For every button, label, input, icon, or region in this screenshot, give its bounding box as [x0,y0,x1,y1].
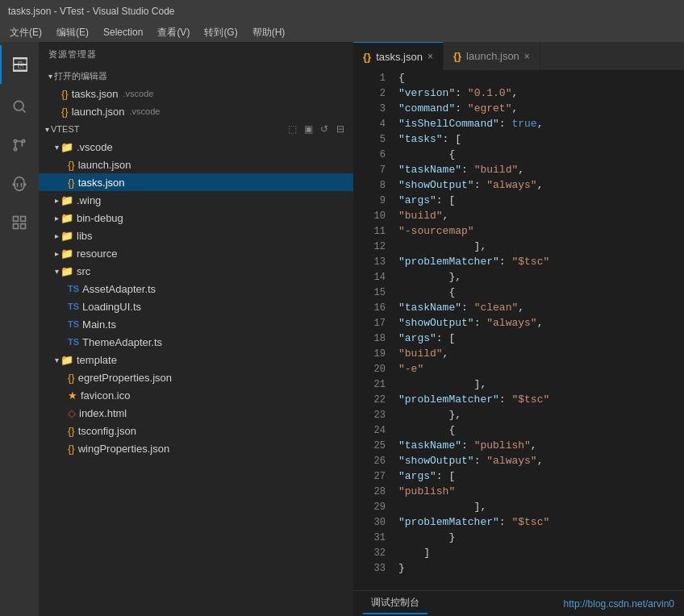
collapse-icon[interactable]: ⊟ [334,123,347,135]
code-line-31: } [398,530,684,545]
code-line-13: "problemMatcher": "$tsc" [398,254,684,269]
tab-launch-json[interactable]: {}launch.json× [444,42,540,70]
line-number-8: 8 [353,177,386,193]
refresh-icon[interactable]: ↺ [318,123,331,135]
code-line-10: "build", [398,208,684,223]
vtest-label: VTEST [51,124,79,134]
open-editor-item-launch[interactable]: {} launch.json .vscode [39,102,353,120]
tree-item-tasks-json[interactable]: {}tasks.json [39,173,353,191]
new-file-icon[interactable]: ⬚ [286,123,298,135]
tree-item-label: template [77,354,117,366]
activity-explorer[interactable]: ⎘ [0,45,39,84]
code-content[interactable]: { "version": "0.1.0", "command": "egret"… [392,70,684,590]
tree-item-LoadingUI-ts[interactable]: TSLoadingUI.ts [39,298,353,315]
line-number-29: 29 [353,499,386,514]
activity-extensions[interactable] [0,203,39,242]
tree-item-Main-ts[interactable]: TSMain.ts [39,315,353,333]
code-line-16: "taskName": "clean", [398,300,684,315]
tab-tasks-json[interactable]: {}tasks.json× [353,42,444,70]
tree-item-resource[interactable]: ▸📁resource [39,244,353,262]
tree-item--wing[interactable]: ▸📁.wing [39,191,353,209]
svg-rect-12 [14,224,19,229]
svg-text:⎘: ⎘ [18,60,23,70]
code-line-1: { [398,70,684,85]
code-line-25: "taskName": "publish", [398,438,684,453]
debug-console-tab[interactable]: 调试控制台 [363,593,428,614]
svg-rect-13 [21,224,26,229]
code-line-19: "build", [398,346,684,361]
line-number-28: 28 [353,484,386,499]
ts-icon: TS [68,284,79,293]
svg-point-6 [14,148,16,150]
main-layout: ⎘ 资源管理器 ▾ 打开的编辑器 {} tasks.json .vscode [0,42,684,616]
activity-search[interactable] [0,87,39,126]
open-editors-header[interactable]: ▾ 打开的编辑器 [39,67,353,85]
bottom-panel: 调试控制台 http://blog.csdn.net/arvin0 [353,590,684,616]
code-line-14: }, [398,269,684,285]
tree-item-src[interactable]: ▾📁src [39,262,353,280]
menu-item-0[interactable]: 文件(E) [5,24,47,41]
new-folder-icon[interactable]: ▣ [302,123,315,135]
folder-icon: 📁 [60,212,73,224]
activity-debug[interactable] [0,164,39,203]
line-number-13: 13 [353,254,386,269]
line-number-24: 24 [353,422,386,438]
folder-arrow-vtest: ▾ [45,125,49,134]
tab-close-icon[interactable]: × [524,51,530,62]
menu-item-3[interactable]: 查看(V) [152,24,194,41]
panel-url: http://blog.csdn.net/arvin0 [564,598,674,610]
tree-item-label: favicon.ico [81,389,130,402]
tree-item-libs[interactable]: ▸📁libs [39,227,353,244]
svg-point-4 [14,139,16,142]
code-line-20: "-e" [398,361,684,377]
tree-item-launch-json[interactable]: {}launch.json [39,156,353,173]
menu-item-2[interactable]: Selection [98,25,148,40]
tree-item-template[interactable]: ▾📁template [39,351,353,368]
tab-label: launch.json [466,50,519,62]
folder-icon: 📁 [60,194,73,206]
tab-close-icon[interactable]: × [428,51,433,62]
folder-icon: 📁 [60,354,73,366]
menu-item-5[interactable]: 帮助(H) [248,24,290,41]
tree-item-label: wingProperties.json [78,443,169,455]
line-number-17: 17 [353,315,386,331]
sidebar-header: 资源管理器 [39,42,353,67]
line-number-10: 10 [353,208,386,223]
menu-item-4[interactable]: 转到(G) [199,24,242,41]
code-line-27: "args": [ [398,468,684,484]
tree-item-index-html[interactable]: ◇index.html [39,404,353,422]
vtest-header[interactable]: ▾ VTEST ⬚ ▣ ↺ ⊟ [39,120,353,138]
tree-item-tsconfig-json[interactable]: {}tsconfig.json [39,422,353,439]
menu-item-1[interactable]: 编辑(E) [52,24,94,41]
sidebar: 资源管理器 ▾ 打开的编辑器 {} tasks.json .vscode {} … [39,42,353,616]
tree-item--vscode[interactable]: ▾📁.vscode [39,138,353,156]
tree-item-favicon-ico[interactable]: ★favicon.ico [39,386,353,404]
json-icon: {} [68,443,75,455]
folder-arrow-icon: ▸ [55,231,59,240]
line-number-6: 6 [353,147,386,162]
tree-item-label: .wing [77,194,101,206]
line-number-32: 32 [353,545,386,560]
title-text: tasks.json - VTest - Visual Studio Code [8,6,175,17]
code-line-30: "problemMatcher": "$tsc" [398,514,684,530]
tree-item-ThemeAdapter-ts[interactable]: TSThemeAdapter.ts [39,333,353,351]
folder-arrow-icon: ▸ [55,196,59,205]
line-number-20: 20 [353,361,386,377]
tree-item-label: .vscode [77,141,113,153]
tree-item-label: egretProperties.json [78,372,172,384]
open-editor-item-tasks[interactable]: {} tasks.json .vscode [39,85,353,102]
line-number-1: 1 [353,70,386,85]
json-icon: {} [68,159,75,171]
line-number-27: 27 [353,468,386,484]
tree-item-wingProperties-json[interactable]: {}wingProperties.json [39,439,353,457]
tree-item-bin-debug[interactable]: ▸📁bin-debug [39,209,353,227]
activity-git[interactable] [0,126,39,164]
open-editor-launch-name: launch.json [72,106,125,118]
svg-rect-11 [21,217,26,222]
tree-item-label: src [77,265,90,277]
line-number-18: 18 [353,331,386,346]
tree-item-egretProperties-json[interactable]: {}egretProperties.json [39,368,353,386]
tree-item-AssetAdapter-ts[interactable]: TSAssetAdapter.ts [39,280,353,298]
code-line-21: ], [398,377,684,392]
svg-line-3 [23,110,26,113]
